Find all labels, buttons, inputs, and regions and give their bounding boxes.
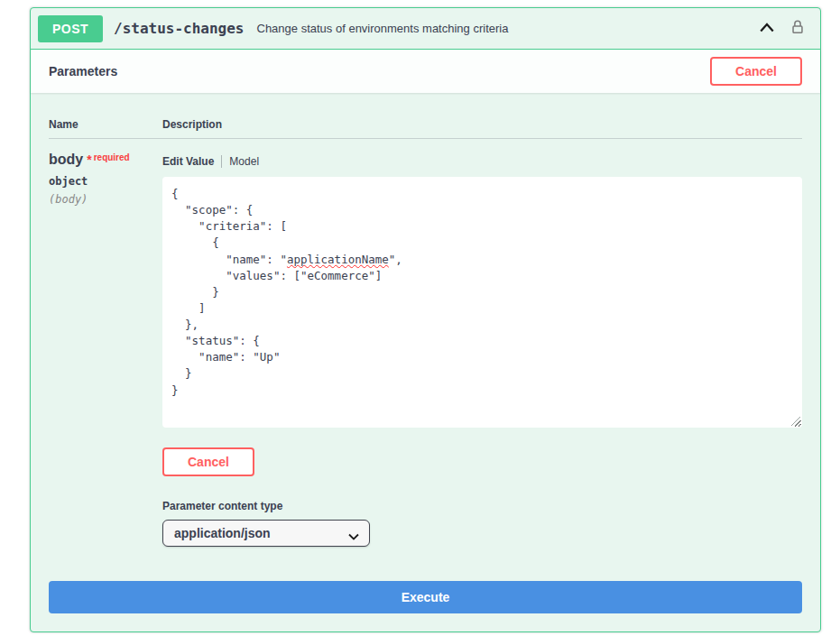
param-name: body*required [49, 152, 162, 168]
parameters-table: Name Description body*required object (b… [31, 93, 820, 547]
content-type-select[interactable]: application/json [162, 520, 370, 547]
opblock-post-status-changes: POST /status-changes Change status of en… [30, 7, 821, 632]
operation-header[interactable]: POST /status-changes Change status of en… [31, 8, 820, 50]
execute-button[interactable]: Execute [49, 581, 802, 613]
lock-icon [789, 19, 806, 38]
chevron-up-icon [759, 21, 775, 36]
table-header-row: Name Description [49, 107, 802, 139]
authorize-lock-button[interactable] [789, 19, 806, 38]
param-location: (body) [49, 193, 162, 206]
body-value-editor[interactable]: { "scope": { "criteria": [ { "name": "ap… [162, 177, 802, 428]
collapse-button[interactable] [759, 21, 775, 36]
required-asterisk: * [87, 152, 91, 167]
content-type-select-wrap: application/json [162, 520, 370, 547]
execute-wrapper: Execute [31, 547, 820, 622]
param-type: object [49, 175, 162, 188]
body-editor-wrap: { "scope": { "criteria": [ { "name": "ap… [162, 177, 802, 428]
body-cancel-button[interactable]: Cancel [162, 447, 254, 476]
parameters-section-header: Parameters Cancel [31, 50, 820, 93]
parameter-row-body: body*required object (body) Edit Value M… [49, 139, 802, 547]
description-column-header: Description [162, 118, 802, 131]
operation-path: /status-changes [114, 20, 245, 37]
name-column-header: Name [49, 118, 162, 131]
tab-edit-value[interactable]: Edit Value [162, 155, 214, 168]
method-badge: POST [38, 15, 103, 42]
page: POST /status-changes Change status of en… [0, 7, 840, 632]
operation-description: Change status of environments matching c… [257, 22, 509, 35]
required-label: required [94, 152, 130, 162]
parameters-cancel-button[interactable]: Cancel [710, 57, 802, 86]
parameter-description-cell: Edit Value Model { "scope": { "criteria"… [162, 152, 802, 547]
param-name-text: body [49, 152, 83, 167]
body-value-tabs: Edit Value Model [162, 155, 802, 168]
tab-model[interactable]: Model [221, 155, 259, 168]
operation-header-actions [759, 19, 811, 38]
content-type-label: Parameter content type [162, 500, 802, 512]
parameter-name-cell: body*required object (body) [49, 152, 162, 547]
parameters-title: Parameters [49, 64, 117, 78]
